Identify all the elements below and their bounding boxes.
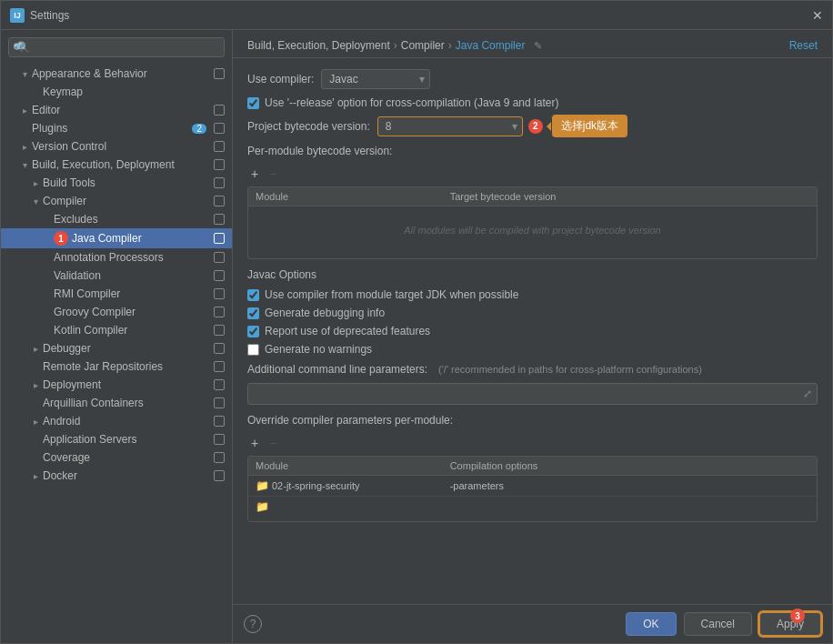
javac-options-title: Javac Options [247,268,818,281]
close-button[interactable]: ✕ [812,10,823,21]
javac-opt-2-checkbox[interactable] [247,307,259,319]
settings-icon [214,141,225,152]
tooltip-bubble: 选择jdk版本 [552,115,627,137]
app-icon: IJ [10,8,25,23]
sidebar-item-arquillian[interactable]: Arquillian Containers [1,394,232,412]
settings-icon [214,159,225,170]
sidebar-item-label: Remote Jar Repositories [43,360,210,373]
cross-compile-checkbox[interactable] [247,97,259,109]
window-title: Settings [30,9,812,22]
settings-icon [214,196,225,206]
action-buttons: OK Cancel Apply 3 [626,612,821,636]
sidebar-item-debugger[interactable]: Debugger [1,339,232,357]
arrow-icon [19,106,30,116]
sidebar-item-groovy-compiler[interactable]: Groovy Compiler [1,303,232,321]
add-override-button[interactable]: + [247,434,262,452]
settings-icon [214,123,225,134]
sidebar-item-label: Java Compiler [72,232,210,245]
breadcrumb: Build, Execution, Deployment › Compiler … [247,39,542,52]
override-row-options: -parameters [443,476,817,496]
javac-opt-1-checkbox[interactable] [247,289,259,301]
sidebar-item-build-execution[interactable]: Build, Execution, Deployment [1,156,232,174]
arrow-icon [30,471,41,481]
content-header: Build, Execution, Deployment › Compiler … [233,30,832,58]
sidebar-item-remote-jar[interactable]: Remote Jar Repositories [1,357,232,376]
sidebar-item-deployment[interactable]: Deployment [1,376,232,394]
settings-icon [214,68,225,79]
override-params-row: Override compiler parameters per-module: [247,414,818,427]
override-toolbar: + − [247,434,818,452]
javac-opt-4-row: Generate no warnings [247,343,818,356]
sidebar-item-excludes[interactable]: Excludes [1,210,232,228]
main-content: Appearance & Behavior Keymap Editor [1,30,832,643]
arrow-icon [19,160,30,170]
search-box [1,30,232,65]
sidebar-item-label: Editor [32,104,210,116]
sidebar-item-annotation-processors[interactable]: Annotation Processors [1,248,232,267]
cancel-button[interactable]: Cancel [684,612,752,636]
sidebar-item-label: Arquillian Containers [43,397,210,409]
bottom-bar: ? OK Cancel Apply 3 [233,604,832,643]
plugins-badge: 2 [192,124,206,134]
sidebar-item-version-control[interactable]: Version Control [1,137,232,156]
override-params-label: Override compiler parameters per-module: [247,414,453,427]
sidebar-item-kotlin-compiler[interactable]: Kotlin Compiler [1,321,232,339]
javac-opt-4-checkbox[interactable] [247,344,259,356]
sidebar-item-label: Appearance & Behavior [32,67,210,80]
edit-icon: ✎ [534,40,542,52]
sidebar-item-keymap[interactable]: Keymap [1,83,232,101]
use-compiler-select[interactable]: Javac Eclipse Ajc [321,69,430,89]
settings-window: IJ Settings ✕ Appearance & Behavior [0,0,833,644]
javac-opt-3-checkbox[interactable] [247,326,259,337]
override-row-module: 📁 02-jt-spring-security [248,476,443,496]
additional-params-input[interactable] [247,383,818,405]
override-row-2-options [443,497,817,517]
sidebar-item-editor[interactable]: Editor [1,101,232,119]
bytecode-badge: 2 [528,119,543,134]
override-table-row: 📁 02-jt-spring-security -parameters [248,476,817,497]
override-row-module-text: 02-jt-spring-security [272,480,360,491]
sidebar-item-plugins[interactable]: Plugins 2 [1,119,232,137]
content-scroll: Use compiler: Javac Eclipse Ajc Use '--r… [233,58,832,604]
per-module-row: Per-module bytecode version: [247,145,818,157]
override-row-2-module: 📁 [248,497,443,517]
override-table-row-2: 📁 [248,497,817,517]
bytecode-version-label: Project bytecode version: [247,120,370,133]
expand-icon: ⤢ [803,387,812,400]
per-module-table-body: All modules will be compiled with projec… [248,206,817,254]
cross-compile-row: Use '--release' option for cross-compila… [247,96,818,109]
sidebar-item-label: Coverage [43,451,210,464]
javac-opt-1-row: Use compiler from module target JDK when… [247,288,818,301]
sidebar-item-build-tools[interactable]: Build Tools [1,174,232,192]
sidebar-item-docker[interactable]: Docker [1,467,232,485]
sidebar-item-label: Build Tools [43,176,210,189]
sidebar-item-appearance-behavior[interactable]: Appearance & Behavior [1,65,232,83]
remove-module-button[interactable]: − [266,165,280,183]
use-compiler-select-wrapper: Javac Eclipse Ajc [321,69,430,89]
javac-opt-2-row: Generate debugging info [247,307,818,319]
bytecode-version-select[interactable]: 8 6 7 9 11 17 [377,116,523,136]
sidebar-item-label: Plugins [32,122,192,135]
reset-button[interactable]: Reset [789,39,818,52]
ok-button[interactable]: OK [626,612,676,636]
sidebar-item-label: Validation [54,269,210,282]
sidebar-item-label: Deployment [43,378,210,391]
sidebar-item-coverage[interactable]: Coverage [1,448,232,467]
settings-icon [214,397,225,408]
bytecode-version-row: Project bytecode version: 8 6 7 9 11 17 … [247,115,818,137]
search-input[interactable] [8,37,225,57]
sidebar-item-java-compiler[interactable]: 1 Java Compiler [1,228,232,248]
sidebar-item-label: Application Servers [43,433,210,446]
sidebar-item-android[interactable]: Android [1,412,232,430]
per-module-table-header: Module Target bytecode version [248,187,817,206]
sidebar-item-rmi-compiler[interactable]: RMI Compiler [1,285,232,303]
help-button[interactable]: ? [244,615,262,633]
settings-icon [214,343,225,354]
override-table-header: Module Compilation options [248,457,817,476]
add-module-button[interactable]: + [247,165,262,183]
javac-opt-2-label: Generate debugging info [265,307,385,319]
sidebar-item-application-servers[interactable]: Application Servers [1,430,232,448]
sidebar-item-validation[interactable]: Validation [1,267,232,285]
remove-override-button[interactable]: − [266,434,280,452]
sidebar-item-compiler[interactable]: Compiler [1,192,232,210]
